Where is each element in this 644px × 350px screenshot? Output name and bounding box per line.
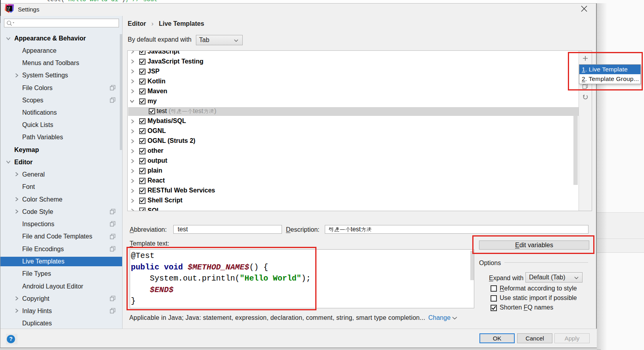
svg-text:IJ: IJ [8,6,10,9]
